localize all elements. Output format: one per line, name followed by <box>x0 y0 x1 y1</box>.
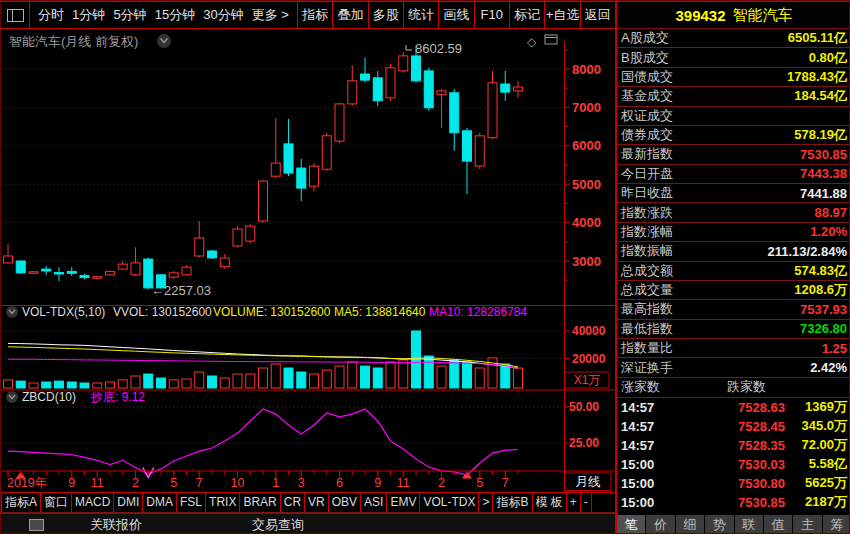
date-label: 9 <box>68 476 75 490</box>
diamond-icon[interactable]: ◇ <box>527 35 537 49</box>
period-tab-分时[interactable]: 分时 <box>38 6 64 24</box>
row-label: 国债成交 <box>621 68 673 86</box>
period-tab-15分钟[interactable]: 15分钟 <box>155 6 195 24</box>
period-tab-1分钟[interactable]: 1分钟 <box>72 6 105 24</box>
toolbar-button-统计[interactable]: 统计 <box>404 2 439 28</box>
date-label: 3 <box>298 476 305 490</box>
indicator-button--[interactable]: - <box>581 493 592 512</box>
indicator-button-ASI[interactable]: ASI <box>361 493 387 512</box>
row-value: 1.20% <box>810 224 847 239</box>
panel-tab-筹[interactable]: 筹 <box>823 515 850 534</box>
collapse-chevron-icon[interactable] <box>157 34 171 48</box>
toolbar-button-+自选[interactable]: +自选 <box>545 2 580 28</box>
tick-row: 14:577528.45345.0万 <box>617 417 850 436</box>
panel-tab-价[interactable]: 价 <box>646 515 674 534</box>
indicator-button-DMI[interactable]: DMI <box>114 493 143 512</box>
indicator-button-BRAR[interactable]: BRAR <box>240 493 280 512</box>
split-window-button[interactable] <box>1 2 30 28</box>
indicator-button-VR[interactable]: VR <box>305 493 329 512</box>
indicator-button-指标A[interactable]: 指标A <box>1 493 41 512</box>
data-row-最新指数: 最新指数7530.85 <box>617 145 850 164</box>
panel-tab-细[interactable]: 细 <box>676 515 704 534</box>
top-toolbar: 分时1分钟5分钟15分钟30分钟更多 > 指标叠加多股统计画线F10标记+自选返… <box>1 1 615 29</box>
tick-price: 7530.85 <box>673 495 785 510</box>
status-trade-query[interactable]: 交易查询 <box>252 516 304 534</box>
price-axis-label: 7000 <box>572 100 601 115</box>
row-label: 指数量比 <box>621 339 673 357</box>
data-row-昨日收盘: 昨日收盘7441.88 <box>617 184 850 203</box>
row-value: 1208.6万 <box>794 281 847 299</box>
row-value: 578.19亿 <box>794 126 847 144</box>
period-tabs: 分时1分钟5分钟15分钟30分钟更多 > <box>30 2 298 28</box>
date-label: 6 <box>336 476 343 490</box>
indicator-button-MACD[interactable]: MACD <box>72 493 114 512</box>
market-data-panel: A股成交6505.11亿B股成交0.80亿国债成交1788.43亿基金成交184… <box>615 29 850 534</box>
tick-time: 15:00 <box>621 476 673 491</box>
tick-volume: 5.58亿 <box>785 455 847 473</box>
panel-tab-势[interactable]: 势 <box>705 515 733 534</box>
indicator-button-TRIX[interactable]: TRIX <box>206 493 240 512</box>
window-icon[interactable] <box>29 519 44 531</box>
indicator-button-EMV[interactable]: EMV <box>387 493 420 512</box>
tick-price: 7528.35 <box>673 438 785 453</box>
vvol-value: VVOL: 130152600 <box>113 305 212 319</box>
tdx-window: 分时1分钟5分钟15分钟30分钟更多 > 指标叠加多股统计画线F10标记+自选返… <box>0 0 850 534</box>
row-value: 184.54亿 <box>794 87 847 105</box>
tick-time: 14:57 <box>621 419 673 434</box>
toolbar-button-返回[interactable]: 返回 <box>581 2 615 28</box>
period-tab-5分钟[interactable]: 5分钟 <box>113 6 146 24</box>
tick-time: 15:00 <box>621 495 673 510</box>
date-label: 11 <box>397 476 410 490</box>
indicator-button-VOL-TDX[interactable]: VOL-TDX <box>420 493 479 512</box>
panel-tab-主[interactable]: 主 <box>793 515 821 534</box>
row-label: 深证换手 <box>621 359 673 377</box>
vol-indicator-name: VOL-TDX(5,10) <box>22 305 105 319</box>
maximize-icon[interactable] <box>545 35 557 44</box>
indicator-button-模 板[interactable]: 模 板 <box>533 493 567 512</box>
row-label: B股成交 <box>621 49 669 67</box>
indicator-button-DMA[interactable]: DMA <box>143 493 177 512</box>
ma5-value: MA5: 138814640 <box>334 305 426 319</box>
row-value: 7441.88 <box>800 186 847 201</box>
collapse-chevron-icon[interactable] <box>6 391 18 403</box>
data-row-指数涨跌: 指数涨跌88.97 <box>617 203 850 222</box>
zbcd-line <box>8 409 518 475</box>
status-link-quotes[interactable]: 关联报价 <box>90 516 142 534</box>
ma10-value: MA10: 128286784 <box>429 305 527 319</box>
toolbar-button-画线[interactable]: 画线 <box>439 2 474 28</box>
ma5-line <box>8 347 518 367</box>
toolbar-button-标记[interactable]: 标记 <box>510 2 545 28</box>
indicator-button-+[interactable]: + <box>567 493 581 512</box>
indicator-button-窗口[interactable]: 窗口 <box>41 493 72 512</box>
indicator-button-CR[interactable]: CR <box>281 493 305 512</box>
row-label: 最新指数 <box>621 145 673 163</box>
collapse-chevron-icon[interactable] <box>6 306 18 318</box>
indicator-button-指标B[interactable]: 指标B <box>493 493 532 512</box>
chart-title: 智能汽车(月线 前复权) <box>9 34 138 49</box>
volume-unit-label: X1万 <box>574 373 601 387</box>
date-label: 5 <box>476 476 483 490</box>
row-value: 2.42% <box>810 360 847 375</box>
period-tab-30分钟[interactable]: 30分钟 <box>203 6 243 24</box>
data-row-基金成交: 基金成交184.54亿 <box>617 87 850 106</box>
tick-time: 15:00 <box>621 457 673 472</box>
period-tab-更多 >[interactable]: 更多 > <box>252 6 289 24</box>
toolbar-button-F10[interactable]: F10 <box>475 2 510 28</box>
panel-tab-联[interactable]: 联 <box>735 515 763 534</box>
period-box-label: 月线 <box>576 475 601 489</box>
indicator-button->[interactable]: > <box>479 493 493 512</box>
date-label: 5 <box>170 476 177 490</box>
toolbar-button-叠加[interactable]: 叠加 <box>333 2 368 28</box>
tick-price: 7528.45 <box>673 419 785 434</box>
indicator-button-FSL[interactable]: FSL <box>177 493 206 512</box>
row-label: 基金成交 <box>621 87 673 105</box>
toolbar-button-指标[interactable]: 指标 <box>298 2 333 28</box>
date-label: 2 <box>132 476 139 490</box>
panel-tab-笔[interactable]: 笔 <box>617 515 645 534</box>
date-label: 7 <box>196 476 203 490</box>
split-window-icon <box>7 9 24 22</box>
panel-tab-值[interactable]: 值 <box>764 515 792 534</box>
toolbar-button-多股[interactable]: 多股 <box>369 2 404 28</box>
indicator-button-OBV[interactable]: OBV <box>329 493 361 512</box>
high-annotation-arrow <box>406 45 412 50</box>
